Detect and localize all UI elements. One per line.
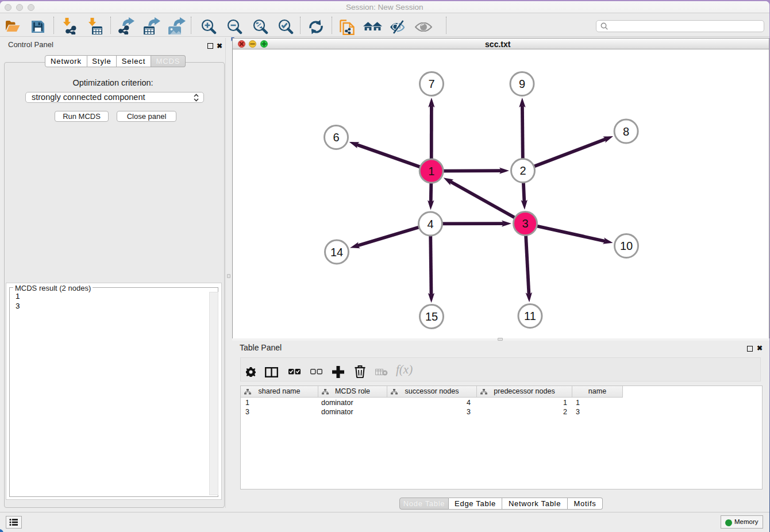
svg-text:14: 14	[330, 246, 343, 259]
svg-text:11: 11	[524, 310, 536, 322]
svg-text:2: 2	[519, 164, 526, 177]
svg-text:10: 10	[620, 240, 633, 252]
svg-text:3: 3	[522, 217, 528, 230]
svg-text:15: 15	[425, 310, 438, 323]
svg-text:4: 4	[427, 218, 433, 230]
svg-text:6: 6	[333, 131, 339, 144]
svg-text:7: 7	[428, 78, 434, 90]
svg-text:1: 1	[428, 165, 434, 178]
svg-text:8: 8	[623, 125, 629, 138]
svg-text:9: 9	[519, 78, 525, 90]
